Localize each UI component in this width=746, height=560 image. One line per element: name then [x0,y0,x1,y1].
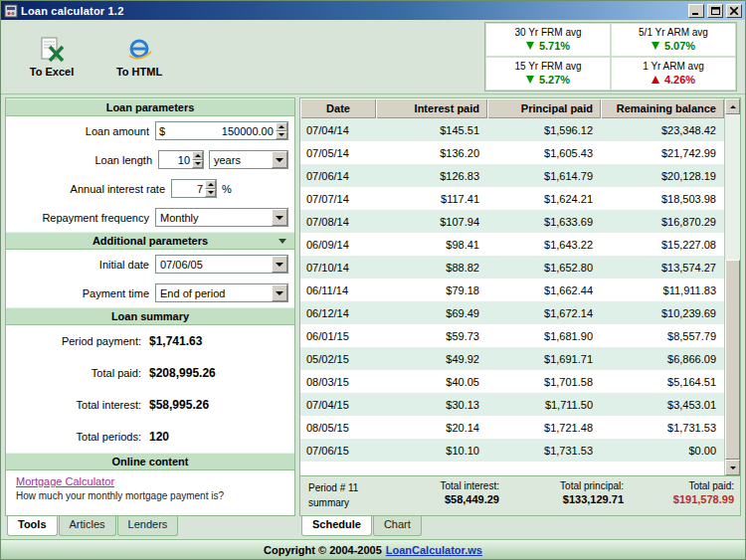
spin-down-icon[interactable] [276,131,287,140]
payment-time-select[interactable]: End of period [155,283,288,302]
schedule-row[interactable]: 07/04/14 $145.51 $1,596.12 $23,348.42 [300,118,724,141]
schedule-row[interactable]: 06/11/14 $79.18 $1,662.44 $11,911.83 [300,279,724,301]
loan-amount-input[interactable] [168,125,276,137]
scrollbar-track[interactable] [725,114,740,460]
cell-principal-paid: $1,614.79 [487,164,601,187]
section-title: Additional parameters [93,235,208,247]
cell-interest-paid: $126.83 [376,164,487,187]
cell-remaining-balance: $10,239.69 [601,301,724,324]
main-area: Loan parameters Loan amount $ Loan leng [1,94,745,539]
left-column: Loan parameters Loan amount $ Loan leng [5,97,295,536]
schedule-row[interactable]: 07/06/14 $126.83 $1,614.79 $20,128.19 [300,164,724,187]
currency-symbol: $ [156,125,168,137]
spin-up-icon[interactable] [205,180,216,189]
loan-length-label: Loan length [12,154,158,166]
schedule-row[interactable]: 08/03/15 $40.05 $1,701.58 $5,164.51 [300,370,724,393]
spin-down-icon[interactable] [192,160,203,169]
maximize-button[interactable] [707,4,723,18]
export-excel-button[interactable]: To Excel [15,35,89,80]
schedule-row[interactable]: 07/06/15 $10.10 $1,731.53 $0.00 [300,439,724,462]
collapse-icon[interactable] [279,239,286,244]
cell-remaining-balance: $1,731.53 [601,416,724,439]
schedule-row[interactable]: 06/09/14 $98.41 $1,643.22 $15,227.08 [300,233,724,256]
period-summary-word: summary [308,495,390,510]
period-payment-value: $1,741.63 [149,334,202,348]
column-header-principal[interactable]: Principal paid [487,98,601,118]
column-header-balance[interactable]: Remaining balance [601,98,724,118]
interest-rate-field[interactable] [171,179,217,198]
schedule-header-row: Date Interest paid Principal paid Remain… [300,98,724,118]
schedule-row[interactable]: 07/07/14 $117.41 $1,624.21 $18,503.98 [300,187,724,210]
interest-rate-label: Annual interest rate [12,183,171,195]
schedule-row[interactable]: 07/10/14 $88.82 $1,652.80 $13,574.27 [300,256,724,279]
export-html-button[interactable]: To HTML [102,35,176,80]
scroll-down-icon[interactable] [725,460,740,475]
loan-length-spinner[interactable] [192,151,203,168]
repayment-frequency-value: Monthly [156,212,272,224]
internet-explorer-icon [126,37,153,63]
loan-length-unit-select[interactable]: years [209,150,288,169]
table-scrollbar[interactable] [724,98,740,475]
scroll-up-icon[interactable] [725,98,740,114]
online-content-header: Online content [6,453,294,470]
trend-down-icon [526,76,534,84]
dropdown-arrow-icon[interactable] [272,209,287,226]
minimize-button[interactable] [688,4,704,18]
cell-date: 06/09/14 [300,233,376,256]
loan-amount-field[interactable]: $ [155,121,288,140]
section-title: Online content [112,456,189,467]
scrollbar-thumb[interactable] [725,260,740,460]
spin-up-icon[interactable] [192,151,203,160]
loan-amount-row: Loan amount $ [12,121,288,140]
tab-lenders[interactable]: Lenders [117,516,179,536]
cell-interest-paid: $79.18 [376,279,487,301]
parameters-panel: Loan parameters Loan amount $ Loan leng [5,97,295,516]
tab-tools[interactable]: Tools [7,516,58,536]
period-summary-title: Period # 11 summary [308,480,390,510]
spin-down-icon[interactable] [205,189,216,198]
total-periods-value: 120 [149,430,169,444]
schedule-row[interactable]: 05/02/15 $49.92 $1,691.71 $6,866.09 [300,347,724,370]
loan-length-input[interactable] [159,154,192,166]
schedule-row[interactable]: 07/05/14 $136.20 $1,605.43 $21,742.99 [300,141,724,164]
repayment-frequency-select[interactable]: Monthly [155,208,288,227]
cell-date: 07/06/15 [300,439,376,462]
spin-up-icon[interactable] [276,122,287,131]
close-button[interactable] [726,4,742,18]
rate-value: 5.07% [664,40,695,52]
dropdown-arrow-icon[interactable] [272,256,287,273]
loan-amount-spinner[interactable] [276,122,287,139]
tab-articles[interactable]: Articles [59,516,116,536]
cell-interest-paid: $117.41 [376,187,487,210]
total-paid-label: Total paid: [12,367,149,379]
column-header-interest[interactable]: Interest paid [376,98,487,118]
schedule-row[interactable]: 06/01/15 $59.73 $1,681.90 $8,557.79 [300,324,724,347]
section-title: Loan summary [111,310,189,322]
summary-total-interest: Total interest: $58,449.29 [390,480,499,510]
column-header-date[interactable]: Date [300,98,376,118]
cell-principal-paid: $1,605.43 [487,141,601,164]
interest-rate-spinner[interactable] [205,180,216,197]
schedule-row[interactable]: 08/05/15 $20.14 $1,721.48 $1,731.53 [300,416,724,439]
schedule-row[interactable]: 06/12/14 $69.49 $1,672.14 $10,239.69 [300,301,724,324]
cell-remaining-balance: $13,574.27 [601,256,724,279]
initial-date-label: Initial date [12,259,155,271]
loan-length-field[interactable] [158,150,204,169]
cell-date: 08/03/15 [300,370,376,393]
dropdown-arrow-icon[interactable] [272,284,287,301]
cell-date: 07/05/14 [300,141,376,164]
trend-down-icon [652,42,659,50]
tab-schedule[interactable]: Schedule [301,516,372,536]
window-title: Loan calculator 1.2 [21,5,685,17]
initial-date-select[interactable]: 07/06/05 [155,255,288,274]
schedule-row[interactable]: 07/04/15 $30.13 $1,711.50 $3,453.01 [300,393,724,416]
schedule-row[interactable]: 07/08/14 $107.94 $1,633.69 $16,870.29 [300,210,724,233]
loancalculator-link[interactable]: LoanCalculator.ws [386,544,482,556]
tab-chart[interactable]: Chart [373,516,422,536]
dropdown-arrow-icon[interactable] [272,151,287,168]
cell-principal-paid: $1,624.21 [487,187,601,210]
trend-down-icon [526,42,534,50]
interest-rate-input[interactable] [172,183,205,195]
export-buttons: To Excel To HTML [7,35,176,80]
mortgage-calculator-link[interactable]: Mortgage Calculator [16,475,114,487]
